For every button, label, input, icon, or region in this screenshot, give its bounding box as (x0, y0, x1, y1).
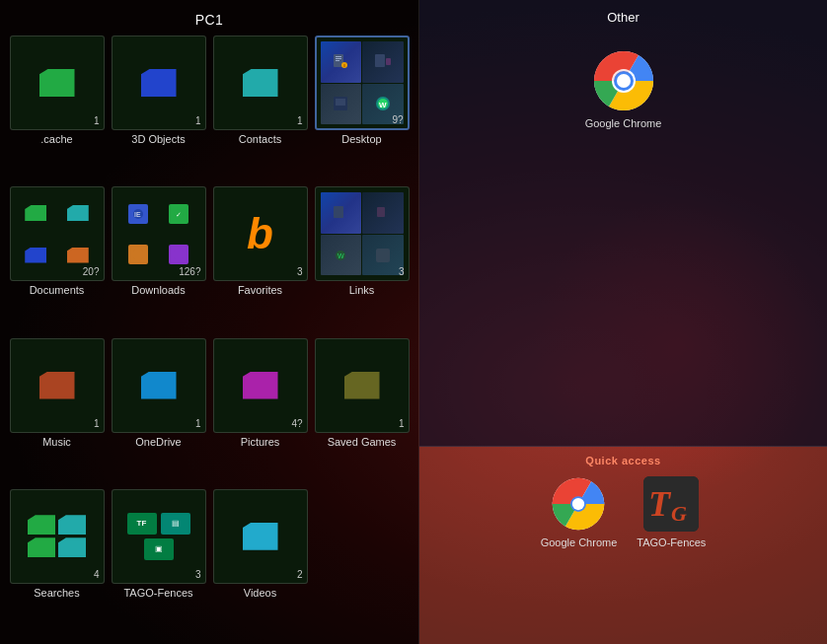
other-apps: Google Chrome (429, 39, 817, 139)
downloads-label: Downloads (131, 284, 185, 296)
contacts-folder-icon (243, 69, 278, 97)
svg-point-29 (617, 74, 631, 88)
svg-rect-20 (377, 207, 385, 217)
quick-tago-item[interactable]: T G TAGO-Fences (637, 476, 706, 548)
folder-box-downloads[interactable]: IE ✓ (112, 186, 206, 281)
folder-item-tagofences[interactable]: TF ▤ ▣ 3 TAGO-Fe (110, 489, 207, 636)
pictures-label: Pictures (241, 436, 280, 448)
desktop-label: Desktop (341, 133, 381, 145)
music-icon-area (11, 339, 104, 432)
tago-block-2: ▤ (161, 513, 190, 535)
folder-box-videos[interactable]: 2 (213, 489, 308, 584)
quick-chrome-label: Google Chrome (541, 537, 618, 548)
svg-text:✓: ✓ (176, 211, 182, 218)
cache-count: 1 (94, 115, 100, 126)
folder-item-searches[interactable]: 4 Searches (8, 489, 106, 636)
pictures-count: 4? (291, 418, 302, 429)
music-folder-icon (39, 372, 75, 399)
favorites-count: 3 (297, 266, 303, 277)
folder-box-links[interactable]: W 3 (315, 186, 410, 281)
folder-box-pictures[interactable]: 4? (213, 338, 308, 433)
tago-block-3: ▣ (144, 538, 174, 560)
folder-item-savedgames[interactable]: 1 Saved Games (313, 338, 411, 485)
folder-box-searches[interactable]: 4 (10, 489, 105, 584)
favorites-label: Favorites (238, 284, 282, 296)
quick-access-items: Google Chrome T G TAGO-Fences (431, 476, 815, 548)
documents-collage (14, 190, 101, 277)
folder-item-contacts[interactable]: 1 Contacts (211, 36, 309, 182)
other-chrome-label: Google Chrome (585, 117, 662, 129)
doc-icon-4 (67, 248, 89, 263)
svg-rect-17 (133, 250, 143, 259)
contacts-count: 1 (297, 115, 303, 126)
3dobjects-folder-icon (141, 69, 177, 97)
folder-item-cache[interactable]: 1 .cache (8, 36, 106, 182)
svg-point-32 (572, 498, 584, 510)
svg-rect-3 (336, 60, 339, 61)
doc-icon-1 (25, 205, 46, 221)
favorites-letter-icon: b (247, 209, 273, 258)
desktop-count: 9? (392, 114, 403, 125)
quick-tago-icon[interactable]: T G (643, 476, 699, 532)
folder-box-documents[interactable]: 20? (10, 186, 105, 281)
folder-item-links[interactable]: W 3 Links (313, 186, 411, 333)
links-count: 3 (399, 266, 405, 277)
quick-access-section: Quick access (419, 447, 827, 644)
folder-box-favorites[interactable]: b 3 (213, 186, 308, 281)
folder-box-cache[interactable]: 1 (10, 36, 105, 130)
folder-box-onedrive[interactable]: 1 (112, 338, 206, 433)
cache-folder-icon (39, 69, 75, 97)
folder-item-favorites[interactable]: b 3 Favorites (211, 186, 309, 333)
folder-item-music[interactable]: 1 Music (8, 338, 106, 485)
doc-icon-3 (25, 248, 46, 263)
svg-rect-23 (376, 249, 390, 262)
folder-box-desktop[interactable]: W 9? (315, 36, 410, 130)
folder-box-music[interactable]: 1 (10, 338, 105, 433)
tagofences-label: TAGO-Fences (123, 587, 192, 599)
other-chrome-item[interactable]: Google Chrome (585, 49, 662, 129)
other-chrome-icon[interactable] (592, 49, 655, 112)
contacts-label: Contacts (239, 133, 281, 145)
downloads-collage: IE ✓ (115, 190, 202, 277)
other-title: Other (429, 10, 817, 25)
folder-box-3dobjects[interactable]: 1 (112, 36, 206, 130)
svg-text:W: W (338, 252, 344, 259)
desktop-cell-2 (362, 41, 404, 83)
documents-count: 20? (83, 266, 100, 277)
3dobjects-label: 3D Objects (131, 133, 185, 145)
tagofences-count: 3 (195, 569, 201, 580)
folder-item-downloads[interactable]: IE ✓ (110, 186, 207, 333)
music-label: Music (42, 436, 71, 448)
onedrive-icon-area (113, 339, 205, 432)
svg-rect-9 (336, 99, 345, 106)
folder-item-documents[interactable]: 20? Documents (8, 186, 106, 333)
downloads-count: 126? (179, 266, 200, 277)
savedgames-icon-area (316, 339, 409, 432)
links-label: Links (349, 284, 375, 296)
tagofences-collage: TF ▤ ▣ (115, 493, 202, 580)
quick-chrome-icon[interactable] (551, 476, 606, 532)
svg-rect-6 (375, 54, 385, 67)
folder-box-savedgames[interactable]: 1 (315, 338, 410, 433)
savedgames-folder-icon (344, 372, 380, 399)
folder-item-3dobjects[interactable]: 1 3D Objects (110, 36, 207, 182)
cache-label: .cache (40, 133, 72, 145)
videos-count: 2 (297, 569, 303, 580)
folder-box-tagofences[interactable]: TF ▤ ▣ 3 (112, 489, 206, 584)
searches-count: 4 (94, 569, 100, 580)
svg-rect-1 (336, 56, 341, 57)
searches-collage (14, 493, 101, 580)
folder-item-desktop[interactable]: W 9? Desktop (313, 36, 411, 182)
folder-item-onedrive[interactable]: 1 OneDrive (110, 338, 207, 485)
search-icon-3 (28, 537, 55, 557)
onedrive-label: OneDrive (135, 436, 181, 448)
folder-box-contacts[interactable]: 1 (213, 36, 308, 130)
folder-item-pictures[interactable]: 4? Pictures (211, 338, 309, 485)
folder-item-videos[interactable]: 2 Videos (211, 489, 309, 636)
main-container: PC1 1 .cache 1 (0, 0, 827, 644)
savedgames-count: 1 (399, 418, 405, 429)
onedrive-folder-icon (141, 372, 177, 399)
quick-chrome-item[interactable]: Google Chrome (541, 476, 618, 548)
left-panel: PC1 1 .cache 1 (0, 0, 419, 644)
svg-text:W: W (379, 101, 387, 109)
